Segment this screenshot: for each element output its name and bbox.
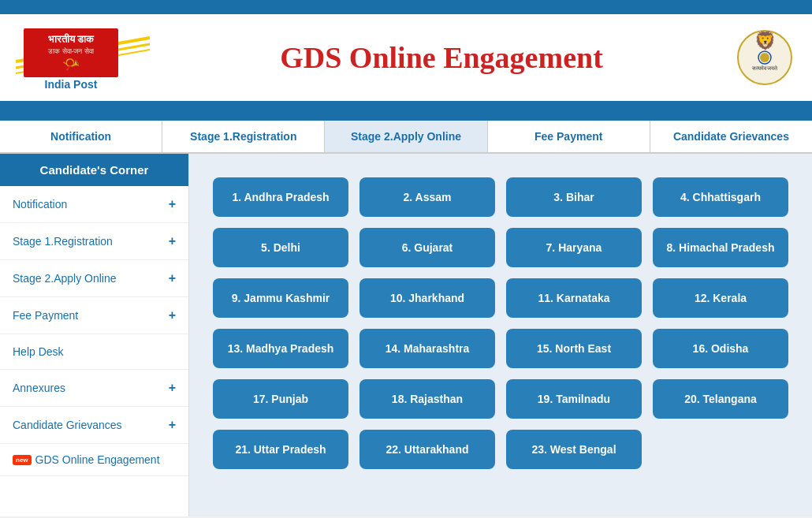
state-button-delhi[interactable]: 5. Delhi [213, 228, 348, 267]
expand-icon[interactable]: + [169, 418, 176, 432]
state-button-jammu-kashmir[interactable]: 9. Jammu Kashmir [213, 278, 348, 318]
state-button-haryana[interactable]: 7. Haryana [506, 228, 642, 267]
state-button-telangana[interactable]: 20. Telangana [653, 379, 788, 419]
sidebar-item-stage-1.registration[interactable]: Stage 1.Registration+ [0, 223, 188, 260]
expand-icon[interactable]: + [169, 308, 176, 322]
state-button-assam[interactable]: 2. Assam [359, 177, 495, 217]
nav-grievances[interactable]: Candidate Grievances [650, 121, 812, 152]
navigation-bar: NotificationStage 1.RegistrationStage 2.… [0, 121, 812, 154]
state-button-bihar[interactable]: 3. Bihar [506, 177, 642, 217]
svg-text:सत्यमेव जयते: सत्यमेव जयते [751, 65, 779, 71]
svg-text:🦁: 🦁 [754, 30, 777, 51]
sidebar-item-label: Stage 1.Registration [13, 235, 113, 248]
state-button-kerala[interactable]: 12. Kerala [653, 278, 788, 318]
state-button-chhattisgarh[interactable]: 4. Chhattisgarh [653, 177, 788, 217]
sidebar-header: Candidate's Corner [0, 154, 188, 186]
svg-text:India Post: India Post [45, 78, 98, 91]
top-bar [0, 0, 812, 14]
sidebar-item-annexures[interactable]: Annexures+ [0, 370, 188, 407]
sidebar-gds-engagement[interactable]: new GDS Online Engagement [0, 444, 188, 476]
expand-icon[interactable]: + [169, 271, 176, 285]
state-button-uttar-pradesh[interactable]: 21. Uttar Pradesh [213, 430, 348, 469]
state-button-rajasthan[interactable]: 18. Rajasthan [359, 379, 495, 419]
state-button-punjab[interactable]: 17. Punjab [213, 379, 348, 419]
india-post-logo: भारतीय डाक डाक सेवा-जन सेवा India Post D… [16, 22, 150, 93]
state-button-andhra-pradesh[interactable]: 1. Andhra Pradesh [213, 177, 348, 217]
state-button-tamilnadu[interactable]: 19. Tamilnadu [506, 379, 642, 419]
main-content: Candidate's Corner Notification+Stage 1.… [0, 154, 812, 516]
sidebar-gds-label: GDS Online Engagement [35, 453, 160, 466]
sidebar-item-notification[interactable]: Notification+ [0, 186, 188, 223]
svg-text:भारतीय डाक: भारतीय डाक [48, 33, 95, 45]
expand-icon[interactable]: + [169, 234, 176, 248]
blue-divider-bar [0, 103, 812, 121]
state-button-jharkhand[interactable]: 10. Jharkhand [359, 278, 495, 318]
state-button-gujarat[interactable]: 6. Gujarat [359, 228, 495, 267]
state-button-odisha[interactable]: 16. Odisha [653, 329, 788, 368]
state-button-north-east[interactable]: 15. North East [506, 329, 642, 368]
svg-text:Dak Sewa-Jan Sewa: Dak Sewa-Jan Sewa [42, 92, 101, 93]
nav-notification[interactable]: Notification [0, 121, 162, 152]
government-emblem: 🦁 सत्यमेव जयते [733, 26, 796, 89]
header: भारतीय डाक डाक सेवा-जन सेवा India Post D… [0, 14, 812, 103]
sidebar-item-label: Candidate Grievances [13, 419, 122, 431]
nav-stage2[interactable]: Stage 2.Apply Online [325, 121, 487, 152]
nav-fee[interactable]: Fee Payment [488, 121, 650, 152]
sidebar: Candidate's Corner Notification+Stage 1.… [0, 154, 189, 516]
state-button-karnataka[interactable]: 11. Karnataka [506, 278, 642, 318]
state-button-uttarakhand[interactable]: 22. Uttarakhand [359, 430, 495, 469]
sidebar-item-help-desk[interactable]: Help Desk [0, 334, 188, 370]
sidebar-item-candidate-grievances[interactable]: Candidate Grievances+ [0, 407, 188, 444]
state-button-himachal-pradesh[interactable]: 8. Himachal Pradesh [653, 228, 788, 267]
nav-stage1[interactable]: Stage 1.Registration [162, 121, 325, 152]
sidebar-item-label: Notification [13, 198, 67, 211]
state-button-west-bengal[interactable]: 23. West Bengal [506, 430, 642, 469]
sidebar-item-fee-payment[interactable]: Fee Payment+ [0, 297, 188, 334]
svg-point-11 [760, 53, 769, 62]
sidebar-item-label: Fee Payment [13, 309, 78, 322]
state-button-madhya-pradesh[interactable]: 13. Madhya Pradesh [213, 329, 348, 368]
expand-icon[interactable]: + [169, 197, 176, 211]
expand-icon[interactable]: + [169, 381, 176, 395]
new-badge: new [13, 455, 32, 465]
sidebar-item-label: Annexures [13, 382, 65, 394]
svg-text:डाक सेवा-जन सेवा: डाक सेवा-जन सेवा [47, 47, 95, 55]
header-title: GDS Online Engagement [150, 40, 733, 75]
svg-text:📯: 📯 [62, 56, 80, 73]
sidebar-item-stage-2.apply-online[interactable]: Stage 2.Apply Online+ [0, 260, 188, 297]
sidebar-item-label: Help Desk [13, 345, 64, 358]
states-area: 1. Andhra Pradesh2. Assam3. Bihar4. Chha… [189, 154, 812, 516]
sidebar-item-label: Stage 2.Apply Online [13, 272, 117, 285]
state-button-maharashtra[interactable]: 14. Maharashtra [359, 329, 495, 368]
